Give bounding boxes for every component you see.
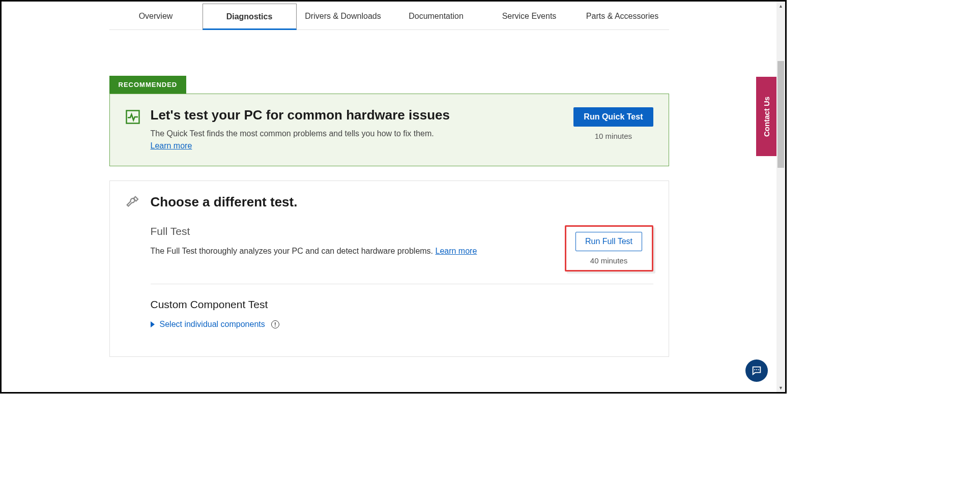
- full-test-desc: The Full Test thoroughly analyzes your P…: [151, 247, 477, 256]
- info-icon[interactable]: !: [271, 320, 279, 328]
- app-frame: ▲ ▼ Contact Us Overview Diagnostics Driv…: [0, 0, 787, 394]
- quick-test-duration: 10 minutes: [595, 132, 632, 140]
- heartbeat-icon: [125, 109, 140, 125]
- tab-drivers-label: Drivers & Downloads: [305, 12, 381, 20]
- quick-test-card: Let's test your PC for common hardware i…: [109, 94, 669, 166]
- run-quick-test-button[interactable]: Run Quick Test: [573, 107, 653, 127]
- tab-service-events-label: Service Events: [502, 12, 557, 20]
- recommended-badge-label: RECOMMENDED: [119, 81, 178, 88]
- custom-test-heading: Custom Component Test: [151, 298, 653, 311]
- tab-overview-label: Overview: [139, 12, 173, 20]
- tab-drivers[interactable]: Drivers & Downloads: [297, 4, 390, 29]
- tab-documentation-label: Documentation: [409, 12, 464, 20]
- select-components-label: Select individual components: [160, 320, 265, 329]
- choose-test-title: Choose a different test.: [151, 194, 298, 210]
- tools-icon: [125, 195, 140, 210]
- full-test-desc-text: The Full Test thoroughly analyzes your P…: [151, 247, 436, 255]
- quick-test-learn-more-link[interactable]: Learn more: [151, 141, 192, 150]
- scrollbar-up-arrow[interactable]: ▲: [776, 2, 785, 10]
- full-test-heading: Full Test: [151, 225, 477, 237]
- run-full-test-button[interactable]: Run Full Test: [575, 232, 642, 251]
- scrollbar-thumb[interactable]: [777, 61, 784, 168]
- chat-fab[interactable]: [745, 359, 768, 382]
- tab-service-events[interactable]: Service Events: [483, 4, 576, 29]
- contact-us-side-tab[interactable]: Contact Us: [756, 77, 776, 156]
- full-test-duration: 40 minutes: [590, 256, 627, 265]
- main-tabs: Overview Diagnostics Drivers & Downloads…: [109, 4, 669, 30]
- tab-overview[interactable]: Overview: [109, 4, 203, 29]
- custom-test-block: Custom Component Test Select individual …: [151, 298, 653, 341]
- tab-diagnostics-label: Diagnostics: [226, 12, 273, 21]
- scrollbar-down-arrow[interactable]: ▼: [776, 383, 785, 392]
- choose-test-card: Choose a different test. Full Test The F…: [109, 181, 669, 357]
- tab-documentation[interactable]: Documentation: [390, 4, 483, 29]
- select-components-toggle[interactable]: Select individual components !: [151, 320, 653, 329]
- full-test-callout: Run Full Test 40 minutes: [565, 225, 653, 272]
- full-test-learn-more-link[interactable]: Learn more: [436, 247, 477, 255]
- tab-diagnostics[interactable]: Diagnostics: [203, 4, 297, 30]
- tab-parts[interactable]: Parts & Accessories: [576, 4, 669, 29]
- scrollbar-track[interactable]: [776, 10, 785, 383]
- contact-us-label: Contact Us: [762, 96, 771, 136]
- full-test-block: Full Test The Full Test thoroughly analy…: [151, 225, 653, 284]
- quick-test-desc: The Quick Test finds the most common pro…: [151, 129, 564, 138]
- vertical-scrollbar[interactable]: ▲ ▼: [776, 2, 785, 392]
- quick-test-title: Let's test your PC for common hardware i…: [151, 107, 564, 123]
- tab-parts-label: Parts & Accessories: [586, 12, 658, 20]
- chat-icon: [751, 365, 762, 376]
- caret-right-icon: [151, 321, 155, 327]
- recommended-badge: RECOMMENDED: [109, 76, 187, 94]
- page-content: Overview Diagnostics Drivers & Downloads…: [2, 2, 776, 392]
